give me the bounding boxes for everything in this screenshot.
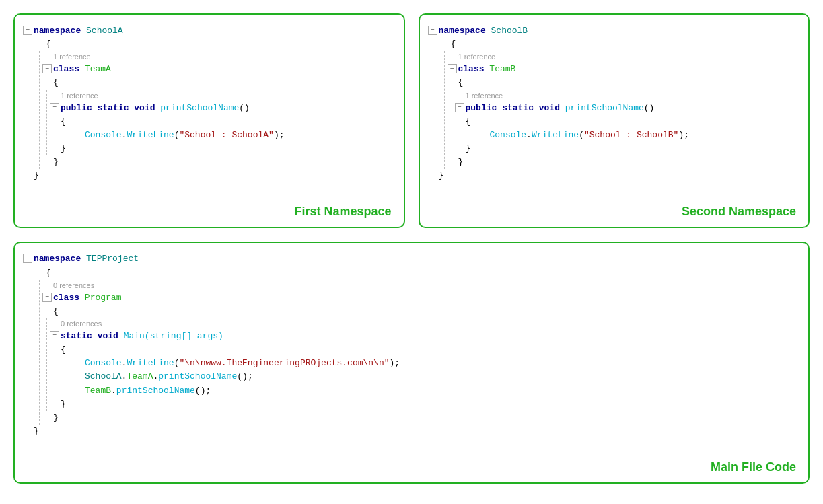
ref-method-main: 0 references: [50, 318, 797, 330]
method-line-first: − public static void printSchoolName (): [50, 102, 393, 115]
brace-open-2-first: {: [42, 76, 393, 89]
expand-btn-second-method[interactable]: −: [455, 103, 464, 112]
method-brace-close-second: }: [455, 142, 798, 155]
ns-name-second: SchoolB: [491, 24, 528, 38]
brace-open-1-first: {: [35, 38, 393, 51]
ref-text-first-ns: 1 reference: [53, 51, 91, 63]
ref-class-second: 1 reference: [448, 51, 798, 63]
brace-open-2-main: {: [42, 305, 797, 318]
ns-line-first: − namespace SchoolA: [23, 24, 393, 38]
ref-class-main: 0 references: [42, 280, 797, 291]
class-line-main: − class Program: [42, 291, 797, 305]
brace-close-2-main: }: [42, 411, 797, 425]
main-code-box: − namespace TEPProject { 0 references − …: [13, 242, 810, 484]
ns-keyword-first: namespace: [34, 24, 86, 38]
brace-open-1-main: {: [35, 266, 797, 280]
expand-btn-second-class[interactable]: −: [448, 64, 457, 73]
main-label: Main File Code: [711, 460, 796, 474]
class-name-first: TeamA: [85, 63, 111, 76]
expand-btn-first-class[interactable]: −: [42, 64, 52, 73]
console-string-second: "School : SchoolB": [584, 129, 678, 142]
expand-btn-first-ns[interactable]: −: [23, 26, 32, 35]
ref-method-first: 1 reference: [50, 90, 393, 102]
expand-btn-main-class[interactable]: −: [42, 293, 52, 302]
ref-method-second: 1 reference: [455, 90, 798, 102]
brace-open-2-second: {: [448, 76, 798, 89]
brace-close-2-second: }: [448, 155, 798, 169]
ns-name-main: TEPProject: [86, 252, 139, 266]
console-line-main: Console.WriteLine("\n\nwww.TheEngineerin…: [74, 357, 797, 370]
ref-text-first-class: 1 reference: [61, 90, 98, 102]
expand-btn-main-ns[interactable]: −: [23, 254, 32, 263]
expand-btn-second-ns[interactable]: −: [428, 26, 437, 35]
class-line-second: − class TeamB: [448, 63, 798, 76]
console-line-first: Console . WriteLine ( "School : SchoolA"…: [74, 129, 393, 142]
method-line-main: − static void Main(string[] args): [50, 330, 797, 343]
ref-text-second-class: 1 reference: [466, 90, 503, 102]
method-name-first: printSchoolName: [160, 102, 239, 115]
method-line-second: − public static void printSchoolName (): [455, 102, 798, 115]
brace-close-1-second: }: [428, 169, 798, 182]
console-line-second: Console . WriteLine ( "School : SchoolB"…: [479, 129, 798, 142]
call1-main: SchoolA.TeamA.printSchoolName();: [74, 370, 797, 384]
ref-class-first: 1 reference: [42, 51, 393, 63]
brace-close-1-main: }: [23, 425, 797, 438]
ref-text-main-class: 0 references: [53, 280, 94, 291]
method-brace-open-main: {: [50, 343, 797, 357]
ref-text-main-method: 0 references: [61, 318, 102, 330]
console-string-first: "School : SchoolA": [179, 129, 273, 142]
class-name-main: Program: [85, 291, 122, 305]
method-brace-open-second: {: [455, 115, 798, 129]
class-name-second: TeamB: [489, 63, 515, 76]
ns-line-main: − namespace TEPProject: [23, 252, 797, 266]
method-sig-main: Main(string[] args): [124, 330, 223, 343]
ref-text-second-ns: 1 reference: [458, 51, 496, 63]
ns-line-second: − namespace SchoolB: [428, 24, 798, 38]
method-brace-close-main: }: [50, 398, 797, 411]
ns-name-first: SchoolA: [86, 24, 123, 38]
class-line-first: − class TeamA: [42, 63, 393, 76]
second-label: Second Namespace: [682, 205, 796, 219]
brace-close-2-first: }: [42, 155, 393, 169]
first-namespace-box: − namespace SchoolA { 1 reference − clas…: [13, 13, 405, 228]
brace-close-1-first: }: [23, 169, 393, 182]
call2-main: TeamB.printSchoolName();: [74, 384, 797, 398]
method-brace-close-first: }: [50, 142, 393, 155]
expand-btn-first-method[interactable]: −: [50, 103, 59, 112]
method-name-second: printSchoolName: [565, 102, 644, 115]
second-namespace-box: − namespace SchoolB { 1 reference − clas…: [419, 13, 810, 228]
brace-open-1-second: {: [440, 38, 798, 51]
expand-btn-main-method[interactable]: −: [50, 331, 59, 340]
method-brace-open-first: {: [50, 115, 393, 129]
first-label: First Namespace: [294, 205, 391, 219]
